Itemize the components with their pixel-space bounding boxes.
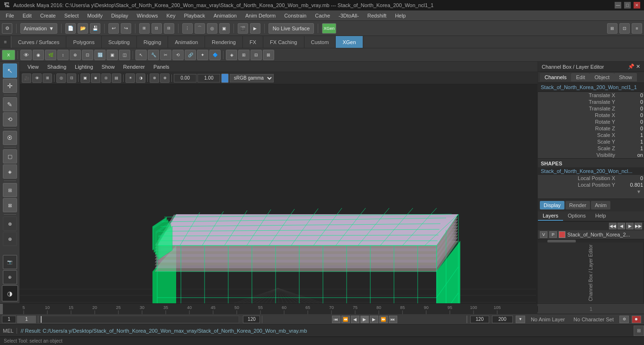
tab-fx[interactable]: FX <box>243 36 263 48</box>
undo-icon[interactable]: ↩ <box>108 23 119 34</box>
layer-pickable-button[interactable]: P <box>549 231 557 238</box>
play-next-frame-button[interactable]: ▶ <box>370 316 378 323</box>
tab-options[interactable]: Options <box>563 211 590 221</box>
tab-object[interactable]: Object <box>590 73 614 82</box>
tool-b14[interactable]: 🔗 <box>185 50 196 60</box>
layer-visibility-button[interactable]: V <box>540 231 547 238</box>
show-grid-button[interactable]: ⊞ <box>3 183 17 197</box>
snap-to-curve-icon[interactable]: ⌒ <box>195 23 205 34</box>
fps-dropdown-button[interactable]: ▼ <box>516 316 525 323</box>
playback-end-input[interactable] <box>243 316 260 323</box>
menu-windows[interactable]: Windows <box>133 12 162 19</box>
xray-icon[interactable]: ⊗ <box>150 73 159 83</box>
tab-curves-surfaces[interactable]: Curves / Surfaces <box>11 36 66 48</box>
tab-rigging[interactable]: Rigging <box>137 36 168 48</box>
tool-b1[interactable]: 👁 <box>20 50 32 60</box>
vp-menu-shading[interactable]: Shading <box>44 63 70 71</box>
tab-fx-caching[interactable]: FX Caching <box>263 36 304 48</box>
menu-anim-deform[interactable]: Anim Deform <box>242 12 279 19</box>
brush-icon[interactable]: ◑ <box>2 285 18 301</box>
wireframe-icon[interactable]: ▣ <box>80 73 90 83</box>
menu-cache[interactable]: Cache <box>311 12 334 19</box>
open-file-icon[interactable]: 📂 <box>78 23 88 34</box>
layer-arrow-back-icon[interactable]: ◀ <box>617 223 625 229</box>
options-icon[interactable]: ≡ <box>632 23 642 34</box>
rp-pin-icon[interactable]: 📌 <box>628 64 635 70</box>
fps-input[interactable] <box>492 316 513 323</box>
anim-end-frame-input[interactable] <box>470 316 489 323</box>
no-live-surface-button[interactable]: No Live Surface <box>268 23 314 34</box>
tab-xgen[interactable]: XGen <box>336 36 363 48</box>
minimize-button[interactable]: — <box>615 2 621 9</box>
layout-icon[interactable]: ⊞ <box>607 23 617 34</box>
lt-btn-extra2[interactable]: ⊕ <box>3 232 17 246</box>
camera-bookmark-icon[interactable]: 🎥 <box>22 73 31 83</box>
tool-b6[interactable]: ⊡ <box>82 50 93 60</box>
frame-start-input[interactable] <box>2 316 16 323</box>
tool-b15[interactable]: ✦ <box>197 50 208 60</box>
tool-b17[interactable]: ◈ <box>226 50 237 60</box>
menu-key[interactable]: Key <box>162 12 179 19</box>
mel-expand-button[interactable]: ⊞ <box>634 326 644 336</box>
play-prev-frame-button[interactable]: ◀ <box>351 316 359 323</box>
playback-scrubber[interactable] <box>40 316 239 323</box>
tool-b10[interactable]: ↖ <box>135 50 147 60</box>
tool-b9[interactable]: ◫ <box>119 50 130 60</box>
tab-render[interactable]: Render <box>565 201 590 209</box>
char-set-options-button[interactable]: ⚙ <box>619 316 629 323</box>
menu-playback[interactable]: Playback <box>180 12 209 19</box>
exposure-input[interactable] <box>174 74 197 82</box>
rectangle-select-button[interactable]: ▢ <box>3 149 17 163</box>
tab-edit[interactable]: Edit <box>571 73 590 82</box>
shapes-object-name[interactable]: Stack_of_North_Korea_200_Won_ncl... <box>538 167 644 175</box>
channel-box-scroll[interactable]: Stack_of_North_Korea_200_Won_ncl1_1 Tran… <box>538 83 644 199</box>
animation-mode-dropdown[interactable]: Animation ▼ <box>20 23 57 34</box>
play-end-button[interactable]: ⏭ <box>389 316 397 323</box>
select-by-hierarchy-icon[interactable]: ⊞ <box>139 23 150 34</box>
menu-display[interactable]: Display <box>107 12 132 19</box>
vp-menu-view[interactable]: View <box>24 63 43 71</box>
ambient-light-icon[interactable]: ☀ <box>125 73 135 83</box>
gamma-input[interactable] <box>197 74 220 82</box>
tool-b12[interactable]: ✂ <box>160 50 171 60</box>
menu-constrain[interactable]: Constrain <box>280 12 310 19</box>
tool-b11[interactable]: 🔧 <box>148 50 159 60</box>
timeline-ruler[interactable]: 5 10 15 20 25 30 35 40 45 50 55 60 65 70… <box>0 304 537 314</box>
menu-file[interactable]: File <box>2 12 18 19</box>
tool-b8[interactable]: ▣ <box>107 50 118 60</box>
current-frame-input[interactable] <box>17 316 36 323</box>
paint-tool-button[interactable]: ✎ <box>3 97 17 111</box>
soft-select-button[interactable]: ◈ <box>3 164 17 179</box>
snap-to-point-icon[interactable]: ◎ <box>207 23 217 34</box>
play-forward-button[interactable]: ▶ <box>360 316 369 323</box>
play-prev-key-button[interactable]: ⏪ <box>341 316 350 323</box>
vp-menu-renderer[interactable]: Renderer <box>119 63 149 71</box>
select-by-component-icon[interactable]: ⊟ <box>164 23 174 34</box>
color-swatch[interactable] <box>221 73 229 83</box>
select-tool-button[interactable]: ↖ <box>3 64 17 78</box>
tool-b3[interactable]: 🌿 <box>45 50 56 60</box>
render-settings-icon[interactable]: 🎬 <box>238 23 248 34</box>
camera-icon[interactable]: 📷 <box>3 255 17 269</box>
gamma-select[interactable]: sRGB gamma <box>230 74 274 82</box>
tab-layer-help[interactable]: Help <box>590 211 611 221</box>
rotate-tool-button[interactable]: ⟲ <box>3 112 17 127</box>
tab-channels[interactable]: Channels <box>540 73 571 82</box>
tab-sculpting[interactable]: Sculpting <box>102 36 137 48</box>
sidebar-toggle[interactable]: ≡ <box>0 36 11 48</box>
menu-help[interactable]: Help <box>391 12 410 19</box>
tab-polygons[interactable]: Polygons <box>66 36 101 48</box>
menu-edit[interactable]: Edit <box>19 12 36 19</box>
snap-to-grid-icon[interactable]: ⋮ <box>182 23 193 34</box>
menu-3dto[interactable]: -3DtoAll- <box>335 12 363 19</box>
menu-redshift[interactable]: Redshift <box>364 12 390 19</box>
panel-layout-icon[interactable]: ⊡ <box>619 23 630 34</box>
move-tool-button[interactable]: ✛ <box>3 79 17 93</box>
expand-arrow-icon[interactable]: ▼ <box>636 189 641 194</box>
layer-arrow-right-icon[interactable]: ▶▶ <box>635 223 642 229</box>
snap-to-surface-icon[interactable]: ▣ <box>219 23 230 34</box>
flat-shade-icon[interactable]: ◘ <box>101 73 111 83</box>
frame-all-icon[interactable]: ⊡ <box>67 73 76 83</box>
tool-b7[interactable]: 🔢 <box>94 50 106 60</box>
xgen-icon[interactable]: XGen <box>322 23 336 34</box>
